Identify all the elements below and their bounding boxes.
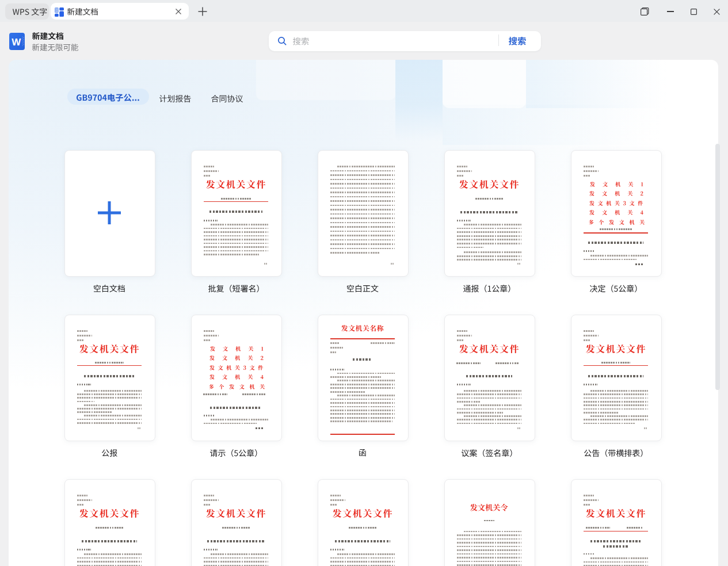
svg-text:W: W	[12, 37, 21, 48]
